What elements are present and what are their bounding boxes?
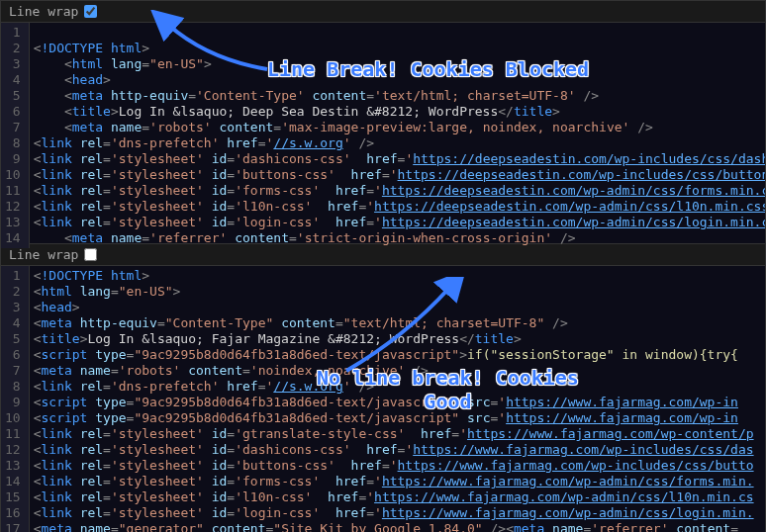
line-gutter-bottom: 123456789101112131415161718 (1, 266, 30, 532)
code-line[interactable]: <link rel='dns-prefetch' href='//s.w.org… (34, 379, 761, 395)
line-number: 7 (5, 120, 21, 135)
line-number: 10 (5, 410, 21, 426)
line-number: 2 (5, 41, 21, 56)
line-wrap-checkbox-top[interactable] (84, 5, 97, 18)
line-number: 4 (5, 315, 21, 331)
code-line[interactable]: <!DOCTYPE html> (34, 268, 761, 284)
line-number: 16 (5, 505, 21, 521)
line-wrap-checkbox-bottom[interactable] (84, 248, 97, 261)
line-number: 14 (5, 474, 21, 489)
code-line[interactable]: <html lang="en-US"> (34, 284, 761, 300)
line-number: 12 (5, 442, 21, 458)
line-number: 6 (5, 104, 21, 120)
line-number: 11 (5, 426, 21, 442)
line-number: 4 (5, 72, 21, 88)
code-line[interactable]: <link rel='stylesheet' id='dashicons-css… (34, 442, 761, 458)
code-line[interactable]: <meta http-equiv='Content-Type' content=… (34, 88, 761, 104)
code-line[interactable] (34, 25, 761, 41)
line-number: 9 (5, 151, 21, 167)
panel-header-top: Line wrap (1, 1, 765, 23)
code-panel-bottom: Line wrap 123456789101112131415161718 <!… (0, 243, 766, 532)
code-line[interactable]: <link rel='stylesheet' id='dashicons-css… (34, 151, 761, 167)
line-gutter-top: 1234567891011121314 (1, 23, 30, 248)
code-content-top[interactable]: <!DOCTYPE html> <html lang="en-US"> <hea… (30, 23, 765, 248)
code-area-top: 1234567891011121314 <!DOCTYPE html> <htm… (1, 23, 765, 248)
line-wrap-label: Line wrap (9, 4, 78, 19)
line-number: 8 (5, 135, 21, 151)
line-number: 11 (5, 183, 21, 199)
code-line[interactable]: <title>Log In &lsaquo; Deep Sea Destin &… (34, 104, 761, 120)
line-number: 13 (5, 215, 21, 230)
line-number: 3 (5, 300, 21, 315)
line-number: 15 (5, 489, 21, 505)
code-line[interactable]: <meta name='referrer' content='strict-or… (34, 230, 761, 246)
code-line[interactable]: <head> (34, 72, 761, 88)
code-line[interactable]: <html lang="en-US"> (34, 56, 761, 72)
code-line[interactable]: <link rel='stylesheet' id='gtranslate-st… (34, 426, 761, 442)
line-number: 5 (5, 88, 21, 104)
code-line[interactable]: <link rel='stylesheet' id='l10n-css' hre… (34, 199, 761, 215)
code-line[interactable]: <meta http-equiv="Content-Type" content=… (34, 315, 761, 331)
line-wrap-label: Line wrap (9, 247, 78, 262)
line-number: 6 (5, 347, 21, 363)
code-line[interactable]: <link rel='stylesheet' id='buttons-css' … (34, 458, 761, 474)
code-line[interactable]: <meta name='robots' content='max-image-p… (34, 120, 761, 135)
code-line[interactable]: <link rel='stylesheet' id='login-css' hr… (34, 215, 761, 230)
line-number: 7 (5, 363, 21, 379)
line-number: 14 (5, 230, 21, 246)
code-line[interactable]: <meta name='robots' content='noindex, no… (34, 363, 761, 379)
line-number: 1 (5, 268, 21, 284)
code-line[interactable]: <link rel='dns-prefetch' href='//s.w.org… (34, 135, 761, 151)
code-area-bottom: 123456789101112131415161718 <!DOCTYPE ht… (1, 266, 765, 532)
line-number: 17 (5, 521, 21, 532)
code-line[interactable]: <link rel='stylesheet' id='forms-css' hr… (34, 183, 761, 199)
code-line[interactable]: <script type="9ac9295b8d0d64fb31a8d6ed-t… (34, 347, 761, 363)
code-panel-top: Line wrap 1234567891011121314 <!DOCTYPE … (0, 0, 766, 243)
code-content-bottom[interactable]: <!DOCTYPE html><html lang="en-US"><head>… (30, 266, 765, 532)
code-line[interactable]: <title>Log In &lsaquo; Fajar Magazine &#… (34, 331, 761, 347)
code-line[interactable]: <meta name="generator" content="Site Kit… (34, 521, 761, 532)
line-number: 2 (5, 284, 21, 300)
line-number: 12 (5, 199, 21, 215)
code-line[interactable]: <script type="9ac9295b8d0d64fb31a8d6ed-t… (34, 410, 761, 426)
line-number: 1 (5, 25, 21, 41)
code-line[interactable]: <link rel='stylesheet' id='buttons-css' … (34, 167, 761, 183)
line-number: 8 (5, 379, 21, 395)
code-line[interactable]: <link rel='stylesheet' id='login-css' hr… (34, 505, 761, 521)
line-number: 10 (5, 167, 21, 183)
code-line[interactable]: <link rel='stylesheet' id='l10n-css' hre… (34, 489, 761, 505)
code-line[interactable]: <!DOCTYPE html> (34, 41, 761, 56)
code-line[interactable]: <script type="9ac9295b8d0d64fb31a8d6ed-t… (34, 395, 761, 410)
code-line[interactable]: <head> (34, 300, 761, 315)
line-number: 3 (5, 56, 21, 72)
line-number: 9 (5, 395, 21, 410)
code-line[interactable]: <link rel='stylesheet' id='forms-css' hr… (34, 474, 761, 489)
line-number: 13 (5, 458, 21, 474)
line-number: 5 (5, 331, 21, 347)
